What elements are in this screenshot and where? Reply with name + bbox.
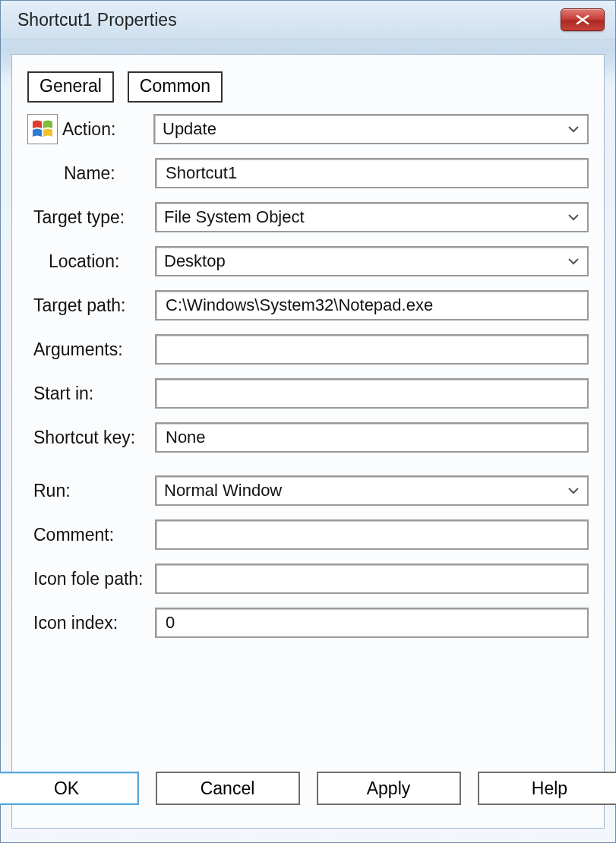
close-icon bbox=[574, 14, 591, 25]
run-select-value: Normal Window bbox=[164, 481, 282, 500]
run-select[interactable]: Normal Window bbox=[155, 475, 589, 506]
row-comment: Comment: bbox=[27, 519, 589, 551]
row-icon-index: Icon index: bbox=[27, 607, 589, 639]
apply-button[interactable]: Apply bbox=[317, 772, 461, 805]
label-run: Run: bbox=[27, 481, 155, 501]
chevron-down-icon bbox=[567, 213, 580, 221]
label-location: Location: bbox=[27, 251, 155, 272]
chevron-down-icon bbox=[567, 487, 580, 494]
label-name: Name: bbox=[27, 163, 155, 184]
button-row: OK Cancel Apply Help bbox=[12, 772, 604, 805]
target-path-value[interactable] bbox=[164, 295, 580, 316]
icon-index-input[interactable] bbox=[155, 608, 589, 638]
row-icon-path: Icon fole path: bbox=[27, 563, 589, 595]
row-action: Action: Update bbox=[27, 113, 589, 145]
titlebar: Shortcut1 Properties bbox=[1, 1, 615, 39]
tab-strip: General Common bbox=[12, 55, 604, 103]
chevron-down-icon bbox=[567, 257, 580, 265]
label-icon-index: Icon index: bbox=[27, 613, 155, 633]
row-location: Location: Desktop bbox=[27, 245, 589, 277]
comment-input[interactable] bbox=[155, 519, 589, 550]
shortcut-key-input[interactable] bbox=[155, 422, 589, 453]
target-path-input[interactable] bbox=[155, 290, 589, 320]
ok-button[interactable]: OK bbox=[0, 772, 139, 805]
label-icon-path: Icon fole path: bbox=[27, 569, 155, 589]
target-type-select[interactable]: File System Object bbox=[155, 202, 589, 232]
arguments-input[interactable] bbox=[155, 334, 589, 365]
label-shortcut-key: Shortcut key: bbox=[27, 428, 155, 448]
client-area: General Common Action: Update bbox=[11, 54, 605, 829]
dialog-window: Shortcut1 Properties General Common bbox=[0, 0, 616, 843]
chevron-down-icon bbox=[567, 125, 580, 133]
shortcut-key-value[interactable] bbox=[164, 427, 580, 448]
row-target-path: Target path: bbox=[27, 289, 589, 321]
label-start-in: Start in: bbox=[27, 384, 155, 404]
start-in-input[interactable] bbox=[155, 378, 589, 409]
tab-general[interactable]: General bbox=[27, 71, 114, 103]
action-select-value: Update bbox=[163, 119, 216, 139]
name-input[interactable] bbox=[155, 158, 589, 188]
label-action: Action: bbox=[62, 119, 153, 140]
start-in-value[interactable] bbox=[164, 383, 580, 404]
windows-logo-icon bbox=[27, 114, 58, 144]
label-target-path: Target path: bbox=[27, 295, 155, 316]
action-select[interactable]: Update bbox=[153, 114, 589, 144]
close-button[interactable] bbox=[561, 8, 605, 31]
icon-index-value[interactable] bbox=[164, 612, 580, 633]
cancel-button[interactable]: Cancel bbox=[156, 772, 300, 805]
label-target-type: Target type: bbox=[27, 207, 155, 228]
comment-value[interactable] bbox=[164, 524, 580, 545]
row-shortcut-key: Shortcut key: bbox=[27, 422, 589, 453]
row-arguments: Arguments: bbox=[27, 333, 589, 365]
help-button[interactable]: Help bbox=[478, 772, 617, 805]
row-target-type: Target type: File System Object bbox=[27, 201, 589, 233]
row-run: Run: Normal Window bbox=[27, 475, 589, 507]
label-comment: Comment: bbox=[27, 525, 155, 545]
target-type-select-value: File System Object bbox=[164, 207, 305, 227]
form-area: Action: Update Name: T bbox=[12, 103, 604, 639]
location-select[interactable]: Desktop bbox=[155, 246, 589, 276]
row-name: Name: bbox=[27, 157, 589, 189]
window-title: Shortcut1 Properties bbox=[17, 10, 177, 30]
location-select-value: Desktop bbox=[164, 251, 226, 271]
name-input-value[interactable] bbox=[164, 163, 580, 184]
icon-path-input[interactable] bbox=[155, 564, 589, 594]
row-start-in: Start in: bbox=[27, 377, 589, 409]
tab-common[interactable]: Common bbox=[128, 71, 223, 103]
arguments-value[interactable] bbox=[164, 339, 580, 360]
icon-path-value[interactable] bbox=[164, 568, 580, 589]
label-arguments: Arguments: bbox=[27, 339, 155, 360]
